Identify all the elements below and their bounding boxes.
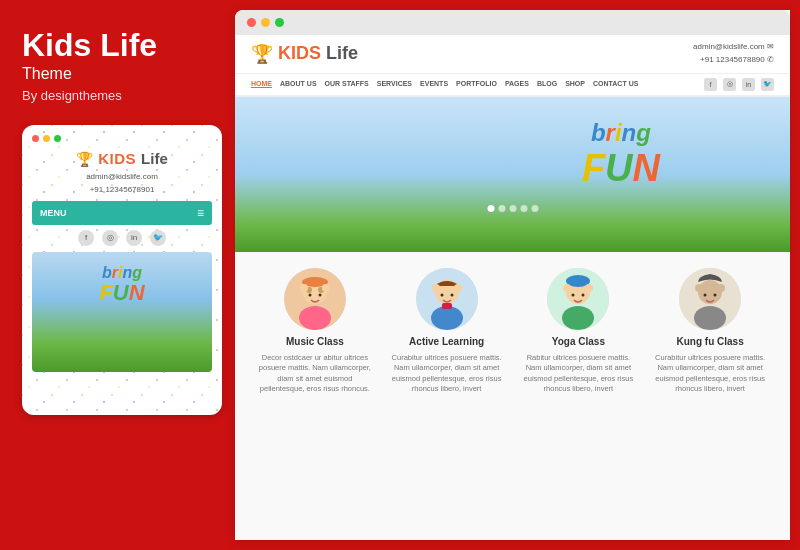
mobile-logo-row: 🏆 KIDS Life [32, 150, 212, 167]
svg-point-24 [563, 284, 571, 292]
svg-point-14 [450, 293, 453, 296]
yoga-class-label: Yoga Class [552, 336, 605, 347]
nav-about[interactable]: ABOUT US [280, 80, 317, 88]
svg-point-22 [582, 293, 585, 296]
site-linkedin-icon[interactable]: in [742, 78, 755, 91]
active-avatar-svg [416, 268, 478, 330]
active-learning-avatar [416, 268, 478, 330]
mobile-menu-label: MENU [40, 208, 67, 218]
kungfu-avatar-svg [679, 268, 741, 330]
mobile-instagram-icon[interactable]: ◎ [102, 230, 118, 246]
mobile-facebook-icon[interactable]: f [78, 230, 94, 246]
nav-shop[interactable]: SHOP [565, 80, 585, 88]
mobile-kids-text: KIDS [98, 150, 136, 167]
hamburger-icon[interactable]: ≡ [197, 206, 204, 220]
nav-blog[interactable]: BLOG [537, 80, 557, 88]
svg-point-6 [318, 293, 321, 296]
music-avatar-svg [284, 268, 346, 330]
site-nav-social: f ◎ in 🐦 [704, 78, 774, 91]
nav-events[interactable]: EVENTS [420, 80, 448, 88]
services-section: Music Class Decor ostdcaer ur abitur ult… [235, 252, 790, 540]
slider-dots [487, 205, 538, 212]
site-logo-row: 🏆 KIDS Life [251, 43, 358, 65]
kungfu-class-avatar [679, 268, 741, 330]
mobile-social-row: f ◎ in 🐦 [32, 230, 212, 246]
nav-staffs[interactable]: OUR STAFFS [325, 80, 369, 88]
hero-bring-text: bring FUN [582, 119, 660, 190]
music-class-label: Music Class [286, 336, 344, 347]
site-nav: HOME ABOUT US OUR STAFFS SERVICES EVENTS… [235, 74, 790, 97]
site-facebook-icon[interactable]: f [704, 78, 717, 91]
svg-point-29 [704, 293, 707, 296]
slider-dot-2[interactable] [498, 205, 505, 212]
site-twitter-icon[interactable]: 🐦 [761, 78, 774, 91]
svg-point-13 [440, 293, 443, 296]
svg-point-2 [299, 306, 331, 330]
svg-point-31 [695, 284, 703, 292]
trophy-icon: 🏆 [76, 151, 93, 167]
dot-green [54, 135, 61, 142]
nav-contact[interactable]: CONTACT US [593, 80, 638, 88]
mobile-twitter-icon[interactable]: 🐦 [150, 230, 166, 246]
site-nav-links: HOME ABOUT US OUR STAFFS SERVICES EVENTS… [251, 80, 638, 88]
yoga-class-avatar [547, 268, 609, 330]
nav-portfolio[interactable]: PORTFOLIO [456, 80, 497, 88]
theme-title: Kids Life [22, 28, 217, 63]
mobile-email: admin@kidslife.com [32, 171, 212, 184]
svg-rect-17 [442, 303, 452, 309]
slider-dot-4[interactable] [520, 205, 527, 212]
hero-bring-word: bring [582, 119, 660, 147]
svg-point-27 [698, 280, 722, 304]
nav-services[interactable]: SERVICES [377, 80, 412, 88]
browser-dot-red [247, 18, 256, 27]
site-hero: bring FUN [235, 97, 790, 252]
site-email: admin@kidslife.com ✉ [693, 41, 774, 54]
site-contact-area: admin@kidslife.com ✉ +91 12345678890 ✆ [693, 41, 774, 67]
site-kids-text: KIDS [278, 43, 321, 64]
dot-yellow [43, 135, 50, 142]
svg-point-8 [300, 284, 308, 292]
svg-point-25 [585, 284, 593, 292]
service-kungfu-class: Kung fu Class Curabitur ultrices posuere… [650, 268, 770, 395]
site-life-text: Life [326, 43, 358, 64]
service-music-class: Music Class Decor ostdcaer ur abitur ult… [255, 268, 375, 395]
music-class-avatar [284, 268, 346, 330]
service-yoga-class: Yoga Class Rabitur ultrices posuere matt… [519, 268, 639, 395]
browser-content: 🏆 KIDS Life admin@kidslife.com ✉ +91 123… [235, 35, 790, 540]
active-learning-desc: Curabitur ultrices posuere mattis. Nam u… [387, 353, 507, 395]
site-instagram-icon[interactable]: ◎ [723, 78, 736, 91]
svg-point-16 [454, 284, 462, 292]
mobile-contact: admin@kidslife.com +91 12345678901 [32, 171, 212, 197]
slider-dot-1[interactable] [487, 205, 494, 212]
service-active-learning: Active Learning Curabitur ultrices posue… [387, 268, 507, 395]
slider-dot-3[interactable] [509, 205, 516, 212]
theme-byline: By designthemes [22, 88, 217, 103]
svg-point-21 [572, 293, 575, 296]
site-phone: +91 12345678890 ✆ [693, 54, 774, 67]
browser-dot-green [275, 18, 284, 27]
mobile-preview-card: 🏆 KIDS Life admin@kidslife.com +91 12345… [22, 125, 222, 415]
mobile-life-text: Life [141, 150, 168, 167]
mobile-nav-bar[interactable]: MENU ≡ [32, 201, 212, 225]
kungfu-class-label: Kung fu Class [677, 336, 744, 347]
svg-point-30 [714, 293, 717, 296]
yoga-class-desc: Rabitur ultrices posuere mattis. Nam ull… [519, 353, 639, 395]
left-panel: Kids Life Theme By designthemes 🏆 KIDS L… [0, 0, 235, 550]
nav-pages[interactable]: PAGES [505, 80, 529, 88]
mobile-fun-word: FUN [99, 281, 144, 305]
mobile-linkedin-icon[interactable]: in [126, 230, 142, 246]
mobile-bring-text: bring FUN [99, 264, 144, 306]
svg-point-32 [717, 284, 725, 292]
theme-subtitle: Theme [22, 65, 217, 83]
browser-bar [235, 10, 790, 35]
svg-point-15 [432, 284, 440, 292]
slider-dot-5[interactable] [531, 205, 538, 212]
kungfu-class-desc: Curabitur ultrices posuere mattis. Nam u… [650, 353, 770, 395]
site-header: 🏆 KIDS Life admin@kidslife.com ✉ +91 123… [235, 35, 790, 74]
svg-point-20 [562, 306, 594, 330]
svg-point-5 [308, 293, 311, 296]
mobile-bring-word: bring [99, 264, 144, 282]
nav-home[interactable]: HOME [251, 80, 272, 88]
dot-red [32, 135, 39, 142]
browser-dot-yellow [261, 18, 270, 27]
